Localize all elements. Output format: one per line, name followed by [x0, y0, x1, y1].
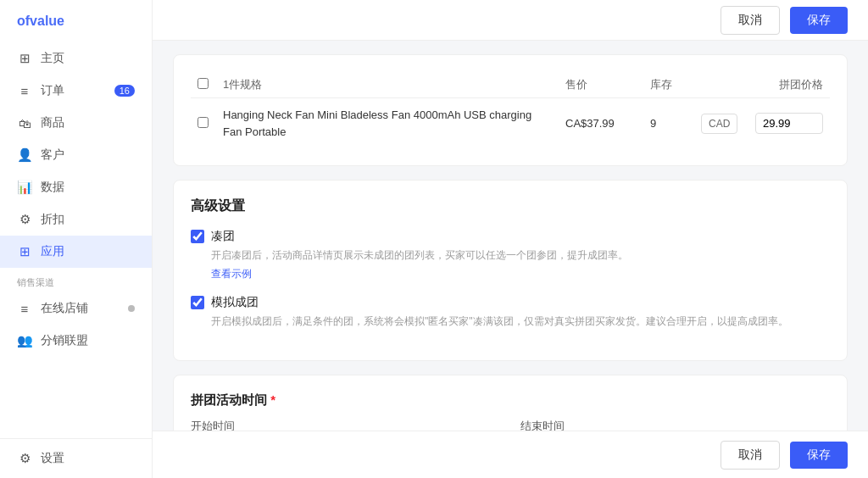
main-content: 1件规格 售价 库存 拼团价格	[153, 0, 868, 478]
brand-logo: ofvalue	[0, 0, 152, 39]
sidebar-item-affiliate[interactable]: 👥 分销联盟	[0, 325, 152, 357]
sidebar-item-settings[interactable]: ⚙ 设置	[0, 442, 152, 475]
group-checkbox[interactable]	[191, 230, 204, 243]
settings-icon: ⚙	[17, 451, 32, 466]
time-title: 拼团活动时间 *	[191, 392, 830, 409]
home-icon: ⊞	[17, 51, 32, 66]
sidebar-item-orders[interactable]: ≡ 订单 16	[0, 75, 152, 107]
group-setting: 凑团 开启凑团后，活动商品详情页展示未成团的团列表，买家可以任选一个团参团，提升…	[191, 229, 830, 281]
table-row: Hanging Neck Fan Mini Bladeless Fan 4000…	[191, 98, 830, 149]
bottom-save-button[interactable]: 保存	[790, 442, 848, 469]
sidebar-item-online-store[interactable]: ≡ 在线店铺	[0, 292, 152, 325]
online-store-icon: ≡	[17, 302, 32, 316]
required-star: *	[270, 392, 275, 407]
group-label[interactable]: 凑团	[211, 229, 235, 244]
mock-setting: 模拟成团 开启模拟成团后，满足条件的团，系统将会模拟"匿名买家"凑满该团，仅需对…	[191, 295, 830, 330]
mock-label[interactable]: 模拟成团	[211, 295, 259, 310]
sidebar-bottom: ⚙ 设置	[0, 438, 152, 478]
product-pricing-card: 1件规格 售价 库存 拼团价格	[173, 54, 848, 166]
orders-badge: 16	[114, 85, 135, 97]
row-checkbox[interactable]	[198, 117, 209, 128]
bottom-bar: 取消 保存	[153, 431, 868, 478]
sidebar-item-discount[interactable]: ⚙ 折扣	[0, 203, 152, 236]
data-icon: 📊	[17, 180, 32, 195]
bottom-cancel-button[interactable]: 取消	[721, 441, 780, 470]
group-price-input[interactable]	[755, 113, 823, 134]
sidebar-nav: ⊞ 主页 ≡ 订单 16 🛍 商品 👤 客户 📊 数据 ⚙ 折扣 ⊞ 应用 销售…	[0, 39, 152, 438]
mock-desc: 开启模拟成团后，满足条件的团，系统将会模拟"匿名买家"凑满该团，仅需对真实拼团买…	[211, 314, 830, 330]
sidebar: ofvalue ⊞ 主页 ≡ 订单 16 🛍 商品 👤 客户 📊 数据 ⚙ 折扣…	[0, 0, 153, 478]
sidebar-item-data[interactable]: 📊 数据	[0, 171, 152, 203]
group-example-link[interactable]: 查看示例	[211, 267, 252, 281]
sidebar-item-customers[interactable]: 👤 客户	[0, 139, 152, 171]
advanced-title: 高级设置	[191, 197, 830, 215]
sidebar-item-products[interactable]: 🛍 商品	[0, 107, 152, 139]
topbar-save-button[interactable]: 保存	[790, 7, 848, 34]
topbar-cancel-button[interactable]: 取消	[721, 6, 780, 35]
products-icon: 🛍	[17, 116, 32, 131]
product-table: 1件规格 售价 库存 拼团价格	[191, 72, 830, 148]
apps-icon: ⊞	[17, 244, 32, 259]
advanced-settings-card: 高级设置 凑团 开启凑团后，活动商品详情页展示未成团的团列表，买家可以任选一个团…	[173, 180, 848, 361]
mock-checkbox[interactable]	[191, 296, 204, 309]
sidebar-item-home[interactable]: ⊞ 主页	[0, 42, 152, 75]
sidebar-item-apps[interactable]: ⊞ 应用	[0, 236, 152, 268]
select-all-checkbox[interactable]	[198, 78, 209, 89]
online-store-dot	[128, 305, 135, 312]
topbar: 取消 保存	[153, 0, 868, 41]
sales-channel-label: 销售渠道	[0, 268, 152, 292]
customers-icon: 👤	[17, 147, 32, 163]
currency-badge: CAD	[701, 114, 737, 134]
discount-icon: ⚙	[17, 212, 32, 227]
affiliate-icon: 👥	[17, 333, 32, 348]
orders-icon: ≡	[17, 84, 32, 98]
group-desc: 开启凑团后，活动商品详情页展示未成团的团列表，买家可以任选一个团参团，提升成团率…	[211, 247, 830, 264]
